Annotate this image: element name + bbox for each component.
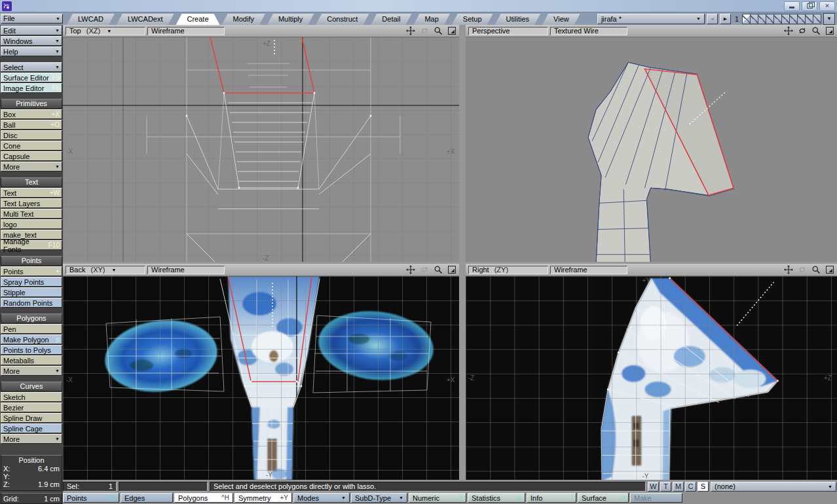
axis-label: -Z: [468, 374, 474, 382]
object-selector-dropdown[interactable]: jirafa * ▼: [597, 14, 705, 24]
tab-construct[interactable]: Construct: [316, 14, 369, 25]
tab-multiply[interactable]: Multiply: [267, 14, 314, 25]
toolbar-surface-button[interactable]: Surfaceq: [578, 493, 629, 503]
sel-label: Sel:: [67, 482, 79, 490]
rotate-icon[interactable]: [418, 265, 430, 274]
tab-utilities[interactable]: Utilities: [495, 14, 540, 25]
viewport-right-mode-selector[interactable]: Wireframe: [550, 266, 627, 274]
sidebar-item-spline-cage[interactable]: Spline Cage: [1, 423, 62, 433]
layer-options-dropdown[interactable]: ▼: [823, 13, 835, 25]
toolbar-statistics-button[interactable]: Statisticsw: [468, 493, 525, 503]
tab-map[interactable]: Map: [413, 14, 449, 25]
menu-help[interactable]: Help▼: [1, 46, 62, 56]
sidebar-item-image-editor[interactable]: Image EditorF6: [1, 83, 62, 93]
rotate-icon[interactable]: [796, 265, 808, 274]
sidebar-item-stipple[interactable]: Stipple: [1, 287, 62, 297]
rotate-icon[interactable]: [796, 26, 808, 35]
tab-setup[interactable]: Setup: [452, 14, 493, 25]
tab-lwcadext[interactable]: LWCADext: [117, 14, 174, 25]
chevron-down-icon: ▼: [55, 65, 60, 69]
sidebar-item-random-points[interactable]: Random Points: [1, 298, 62, 308]
rotate-icon[interactable]: [418, 26, 430, 35]
prev-layer-page-button[interactable]: ◀: [707, 14, 718, 24]
zoom-icon[interactable]: [810, 265, 822, 274]
sidebar-item-manage-fonts[interactable]: Manage FontsF10: [1, 240, 62, 250]
maximize-icon[interactable]: [824, 26, 836, 35]
menu-windows[interactable]: Windows▼: [1, 36, 62, 46]
close-button[interactable]: ✕: [819, 1, 835, 11]
layer-cell-10[interactable]: [813, 14, 821, 24]
toolbar-symmetry-button[interactable]: Symmetry+Y: [234, 493, 292, 503]
sidebar-item-logo[interactable]: logo: [1, 219, 62, 229]
toolbar-polygons-button[interactable]: Polygons^H: [174, 493, 233, 503]
tab-modify[interactable]: Modify: [222, 14, 265, 25]
sidebar-item-multi-text[interactable]: Multi Text: [1, 209, 62, 219]
tab-view[interactable]: View: [542, 14, 580, 25]
toolbar-points-button[interactable]: Points^G: [63, 493, 119, 503]
menu-edit[interactable]: Edit▼: [1, 26, 62, 35]
sidebar-item-cone[interactable]: Cone: [1, 141, 62, 151]
sidebar-item-spline-draw[interactable]: Spline Draw: [1, 413, 62, 423]
menu-select[interactable]: Select▼: [1, 62, 62, 72]
chevron-down-icon: ▼: [399, 495, 403, 500]
viewport-back-view-selector[interactable]: Back (XY) ▼: [65, 266, 145, 274]
vmap-w-button[interactable]: W: [648, 482, 659, 492]
sidebar-item-metaballs[interactable]: Metaballs: [1, 355, 62, 365]
vmap-c-button[interactable]: C: [685, 482, 696, 492]
toolbar-edges-button[interactable]: Edges: [121, 493, 173, 503]
tab-lwcad[interactable]: LWCAD: [67, 14, 115, 25]
zoom-icon[interactable]: [432, 265, 444, 274]
sidebar-item-make-polygon[interactable]: Make Polygonp: [1, 334, 62, 344]
viewport-canvas-right[interactable]: +Y -Y -Z +Z: [466, 276, 837, 480]
sidebar-item-more[interactable]: More▼: [1, 434, 62, 444]
viewport-canvas-top[interactable]: +Z -Z -X +X: [63, 37, 459, 262]
viewport-perspective-mode-selector[interactable]: Textured Wire: [550, 27, 627, 35]
sidebar-item-surface-editor[interactable]: Surface EditorF5: [1, 73, 62, 82]
sidebar-item-points-to-polys[interactable]: Points to Polys: [1, 345, 62, 355]
viewport-top-mode-selector[interactable]: Wireframe: [147, 27, 225, 35]
pan-icon[interactable]: [405, 265, 417, 274]
pan-icon[interactable]: [783, 265, 794, 274]
maximize-icon[interactable]: [446, 26, 458, 35]
sidebar-item-text[interactable]: Text+W: [1, 188, 62, 198]
pan-icon[interactable]: [783, 26, 794, 35]
viewport-canvas-back[interactable]: -X +X -Y: [63, 276, 459, 480]
tab-detail[interactable]: Detail: [371, 14, 411, 25]
sidebar-item-more[interactable]: More▼: [1, 162, 62, 171]
viewport-back-mode-selector[interactable]: Wireframe: [147, 266, 225, 274]
toolbar-make-button[interactable]: Make: [630, 493, 682, 503]
restore-button[interactable]: [802, 1, 817, 11]
viewport-canvas-perspective[interactable]: [466, 37, 837, 262]
zoom-icon[interactable]: [432, 26, 444, 35]
sidebar-item-bezier[interactable]: Bezier: [1, 403, 62, 412]
toolbar-info-button[interactable]: Infoi: [527, 493, 576, 503]
menu-file[interactable]: File▼: [1, 14, 63, 24]
maximize-icon[interactable]: [824, 265, 836, 274]
next-layer-page-button[interactable]: ▶: [720, 14, 731, 24]
sidebar-item-points[interactable]: Points+: [1, 266, 62, 276]
viewport-perspective-view-selector[interactable]: Perspective: [468, 27, 548, 35]
sidebar-item-capsule[interactable]: Capsule: [1, 151, 62, 161]
maximize-icon[interactable]: [446, 265, 458, 274]
sidebar-item-more[interactable]: More▼: [1, 366, 62, 376]
viewport-top-view-selector[interactable]: Top (XZ) ▼: [65, 27, 145, 35]
vmap-s-button[interactable]: S: [698, 482, 709, 492]
viewport-right-view-selector[interactable]: Right (ZY): [468, 266, 548, 274]
toolbar-modes-button[interactable]: Modes▼: [293, 493, 350, 503]
sidebar-item-disc[interactable]: Disc: [1, 130, 62, 140]
vmap-t-button[interactable]: T: [660, 482, 671, 492]
toolbar-subd-type-button[interactable]: SubD-Type▼: [351, 493, 407, 503]
minimize-button[interactable]: [784, 1, 800, 11]
sidebar-item-spray-points[interactable]: Spray Points: [1, 277, 62, 287]
sidebar-item-sketch[interactable]: Sketch: [1, 392, 62, 402]
toolbar-numeric-button[interactable]: Numericn: [409, 493, 466, 503]
sidebar-item-pen[interactable]: Pen: [1, 324, 62, 334]
zoom-icon[interactable]: [810, 26, 822, 35]
vmap-m-button[interactable]: M: [673, 482, 684, 492]
sidebar-item-text-layers[interactable]: Text Layers: [1, 198, 62, 208]
pan-icon[interactable]: [405, 26, 417, 35]
vertex-map-selector[interactable]: (none) ▼: [711, 482, 836, 492]
tab-create[interactable]: Create: [176, 14, 220, 25]
sidebar-item-box[interactable]: Box+X: [1, 109, 62, 119]
sidebar-item-ball[interactable]: Ball+O: [1, 120, 62, 130]
